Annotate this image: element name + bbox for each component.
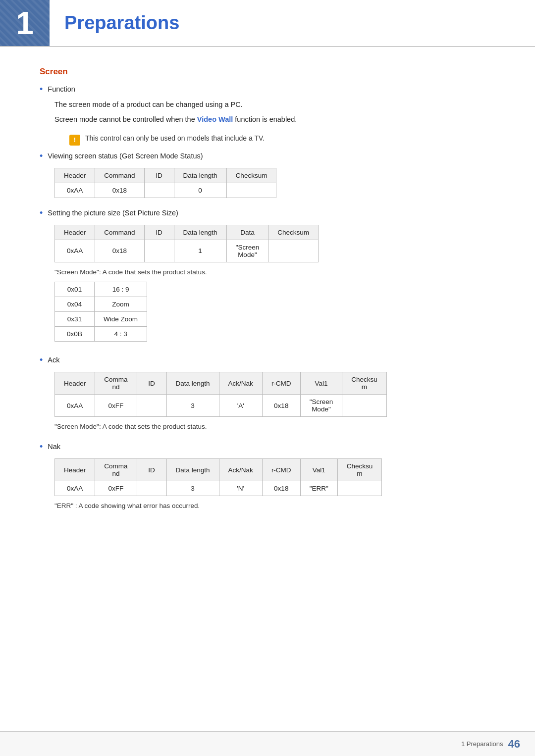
ack-header-row: Header Command ID Data length Ack/Nak r-… [55, 372, 387, 395]
nak-r1-header: 0xAA [55, 481, 95, 496]
page-footer: 1 Preparations 46 [0, 731, 535, 756]
warning-text: This control can only be used on models … [85, 134, 265, 142]
ack-r1-datalength: 3 [166, 395, 219, 417]
th-id-1: ID [144, 168, 174, 183]
mode-value-2: Zoom [95, 297, 147, 311]
th-datalength-1: Data length [174, 168, 226, 183]
bullet-dot-1: • [40, 84, 43, 95]
t2r1-data: "ScreenMode" [226, 240, 268, 262]
ack-th-val1: Val1 [300, 372, 342, 395]
nak-table: Header Command ID Data length Ack/Nak r-… [54, 458, 382, 496]
viewing-label: Viewing screen status (Get Screen Mode S… [48, 151, 203, 162]
th-id-2: ID [144, 225, 174, 240]
t2r1-command: 0x18 [95, 240, 144, 262]
table1-header-row: Header Command ID Data length Checksum [55, 168, 276, 183]
nak-th-id: ID [137, 459, 166, 481]
th-data-2: Data [226, 225, 268, 240]
nak-bullet: • Nak [40, 441, 495, 453]
ack-r1-val1: "ScreenMode" [300, 395, 342, 417]
nak-r1-checksum [337, 481, 382, 496]
ack-th-id: ID [137, 372, 166, 395]
mode-row-2: 0x04 Zoom [55, 297, 147, 311]
mode-code-3: 0x31 [55, 311, 95, 326]
bullet-dot-3: • [40, 208, 43, 218]
ack-row1: 0xAA 0xFF 3 'A' 0x18 "ScreenMode" [55, 395, 387, 417]
t2r1-checksum [268, 240, 319, 262]
ack-th-datalength: Data length [166, 372, 219, 395]
ack-table: Header Command ID Data length Ack/Nak r-… [54, 372, 387, 417]
page-number: 46 [508, 738, 520, 751]
nak-r1-id [137, 481, 166, 496]
mode-value-1: 16 : 9 [95, 282, 147, 297]
mode-row-3: 0x31 Wide Zoom [55, 311, 147, 326]
table2-header-row: Header Command ID Data length Data Check… [55, 225, 319, 240]
th-header-2: Header [55, 225, 95, 240]
ack-r1-rcmd: 0x18 [262, 395, 300, 417]
mode-table-container: 0x01 16 : 9 0x04 Zoom 0x31 Wide Zoom 0x0… [54, 282, 495, 342]
mode-code-4: 0x0B [55, 326, 95, 341]
setting-label: Setting the picture size (Set Picture Si… [48, 207, 178, 219]
function-bullet: • Function [40, 84, 495, 95]
th-checksum-1: Checksum [226, 168, 276, 183]
table1-row1: 0xAA 0x18 0 [55, 183, 276, 198]
th-datalength-2: Data length [174, 225, 226, 240]
ack-note: "Screen Mode": A code that sets the prod… [54, 423, 495, 430]
table2-row1: 0xAA 0x18 1 "ScreenMode" [55, 240, 319, 262]
mode-code-2: 0x04 [55, 297, 95, 311]
nak-r1-val1: "ERR" [300, 481, 337, 496]
ack-th-acknak: Ack/Nak [219, 372, 262, 395]
ack-th-command: Command [95, 372, 137, 395]
main-content: Screen • Function The screen mode of a p… [0, 47, 535, 553]
chapter-number: 1 [0, 0, 50, 46]
nak-table-container: Header Command ID Data length Ack/Nak r-… [54, 458, 495, 496]
nak-row1: 0xAA 0xFF 3 'N' 0x18 "ERR" [55, 481, 382, 496]
function-desc1: The screen mode of a product can be chan… [54, 99, 495, 110]
nak-th-acknak: Ack/Nak [219, 459, 262, 481]
t1r1-checksum [226, 183, 276, 198]
mode-table: 0x01 16 : 9 0x04 Zoom 0x31 Wide Zoom 0x0… [54, 282, 147, 342]
nak-r1-acknak: 'N' [219, 481, 262, 496]
ack-r1-command: 0xFF [95, 395, 137, 417]
th-command-2: Command [95, 225, 144, 240]
th-header-1: Header [55, 168, 95, 183]
function-desc2: Screen mode cannot be controlled when th… [54, 114, 495, 125]
nak-r1-rcmd: 0x18 [262, 481, 300, 496]
chapter-title: Preparations [50, 0, 179, 46]
nak-th-command: Command [95, 459, 137, 481]
nak-th-rcmd: r-CMD [262, 459, 300, 481]
bullet-dot-4: • [40, 355, 43, 365]
nak-r1-datalength: 3 [166, 481, 219, 496]
nak-th-checksum: Checksum [337, 459, 382, 481]
nak-label: Nak [48, 441, 60, 453]
nak-r1-command: 0xFF [95, 481, 137, 496]
t2r1-header: 0xAA [55, 240, 95, 262]
nak-th-header: Header [55, 459, 95, 481]
chapter-header: 1 Preparations [0, 0, 535, 47]
t2r1-id [144, 240, 174, 262]
t1r1-datalength: 0 [174, 183, 226, 198]
mode-code-1: 0x01 [55, 282, 95, 297]
section-title: Screen [40, 67, 495, 77]
mode-row-4: 0x0B 4 : 3 [55, 326, 147, 341]
ack-r1-acknak: 'A' [219, 395, 262, 417]
table1: Header Command ID Data length Checksum 0… [54, 168, 276, 198]
t2r1-datalength: 1 [174, 240, 226, 262]
nak-note: "ERR" : A code showing what error has oc… [54, 502, 495, 509]
screen-mode-note1: "Screen Mode": A code that sets the prod… [54, 268, 495, 276]
ack-table-container: Header Command ID Data length Ack/Nak r-… [54, 372, 495, 417]
ack-bullet: • Ack [40, 354, 495, 366]
ack-th-rcmd: r-CMD [262, 372, 300, 395]
t1r1-id [144, 183, 174, 198]
footer-text: 1 Preparations [461, 740, 503, 748]
mode-value-3: Wide Zoom [95, 311, 147, 326]
ack-th-checksum: Checksum [342, 372, 387, 395]
mode-value-4: 4 : 3 [95, 326, 147, 341]
th-checksum-2: Checksum [268, 225, 319, 240]
warning-box: ! This control can only be used on model… [69, 134, 495, 146]
bullet-dot-2: • [40, 151, 43, 161]
function-label: Function [48, 84, 75, 95]
viewing-bullet: • Viewing screen status (Get Screen Mode… [40, 151, 495, 162]
setting-bullet: • Setting the picture size (Set Picture … [40, 207, 495, 219]
ack-label: Ack [48, 354, 59, 366]
nak-th-datalength: Data length [166, 459, 219, 481]
